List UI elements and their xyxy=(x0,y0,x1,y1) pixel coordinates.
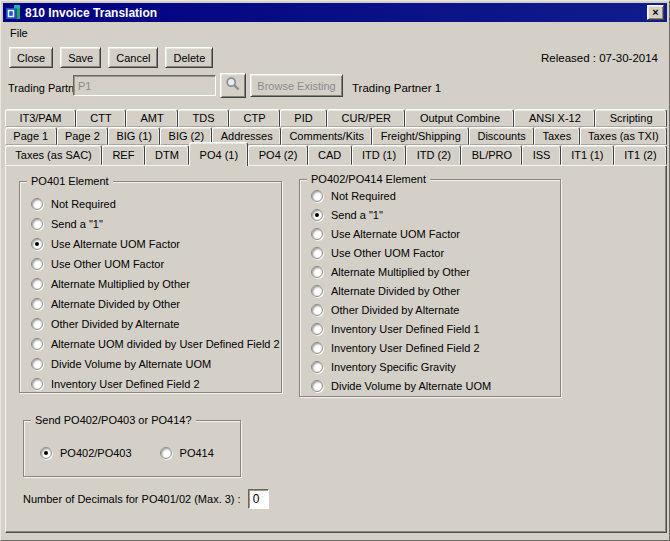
tab[interactable]: CUR/PER xyxy=(327,109,405,127)
radio-label: Send a "1" xyxy=(331,209,383,221)
trading-partner-name: Trading Partner 1 xyxy=(352,82,441,94)
tab[interactable]: ISS xyxy=(522,145,560,165)
radio-icon xyxy=(31,298,43,310)
search-icon xyxy=(225,76,241,95)
tab[interactable]: DTM xyxy=(145,145,190,165)
tab[interactable]: CTP xyxy=(229,109,280,127)
radio-group-po401: Not Required Send a "1" Use Alternate UO… xyxy=(20,182,281,394)
radio-option[interactable]: Other Divided by Alternate xyxy=(311,300,560,319)
tab[interactable]: Taxes xyxy=(534,127,579,145)
toolbar-button[interactable]: Delete xyxy=(165,47,213,68)
radio-icon xyxy=(311,323,323,335)
radio-label: Other Divided by Alternate xyxy=(331,304,459,316)
tab[interactable]: Scripting xyxy=(595,109,667,127)
tab[interactable]: REF xyxy=(102,145,145,165)
radio-option[interactable]: Inventory User Defined Field 1 xyxy=(311,319,560,338)
radio-option[interactable]: Inventory User Defined Field 2 xyxy=(311,338,560,357)
radio-label: Use Other UOM Factor xyxy=(51,258,164,270)
radio-option[interactable]: Divide Volume by Alternate UOM xyxy=(31,354,281,374)
radio-label: Send a "1" xyxy=(51,218,103,230)
group-title: Send PO402/PO403 or PO414? xyxy=(31,414,196,426)
tab[interactable]: IT1 (2) xyxy=(614,145,667,165)
tab[interactable]: TDS xyxy=(178,109,229,127)
tab[interactable]: Page 1 xyxy=(5,127,57,145)
tab[interactable]: ITD (2) xyxy=(406,145,461,165)
radio-option[interactable]: Not Required xyxy=(311,186,560,205)
tab[interactable]: CTT xyxy=(76,109,126,127)
radio-option[interactable]: Alternate Divided by Other xyxy=(31,294,281,314)
tab[interactable]: Freight/Shipping xyxy=(372,127,469,145)
close-window-button[interactable]: × xyxy=(647,5,664,20)
radio-label: Not Required xyxy=(51,198,116,210)
radio-label: Alternate Divided by Other xyxy=(331,285,460,297)
group-title: PO401 Element xyxy=(27,175,113,187)
tab[interactable]: Taxes (as TXI) xyxy=(580,127,667,145)
radio-option[interactable]: Alternate Multiplied by Other xyxy=(311,262,560,281)
radio-option[interactable]: PO414 xyxy=(160,443,214,463)
radio-option[interactable]: Alternate UOM divided by User Defined Fi… xyxy=(31,334,281,354)
radio-icon xyxy=(311,266,323,278)
radio-icon xyxy=(311,209,323,221)
tab[interactable]: ITD (1) xyxy=(352,145,407,165)
radio-label: Not Required xyxy=(331,190,396,202)
radio-icon xyxy=(311,380,323,392)
dialog-810-invoice-translation: 810 Invoice Translation × File CloseSave… xyxy=(0,0,670,541)
radio-option[interactable]: Use Alternate UOM Factor xyxy=(311,224,560,243)
toolbar-button[interactable]: Save xyxy=(60,47,101,68)
tab[interactable]: AMT xyxy=(126,109,178,127)
tab-row-2: Page 1Page 2BIG (1)BIG (2)AddressesComme… xyxy=(5,127,667,145)
radio-option[interactable]: Inventory User Defined Field 2 xyxy=(31,374,281,394)
radio-option[interactable]: Use Other UOM Factor xyxy=(31,254,281,274)
toolbar-button[interactable]: Close xyxy=(9,47,53,68)
released-date: Released : 07-30-2014 xyxy=(541,52,658,64)
radio-option[interactable]: Use Alternate UOM Factor xyxy=(31,234,281,254)
radio-label: Use Other UOM Factor xyxy=(331,247,444,259)
tab[interactable]: BIG (1) xyxy=(108,127,160,145)
radio-option[interactable]: Not Required xyxy=(31,194,281,214)
radio-group-po402: Not Required Send a "1" Use Alternate UO… xyxy=(300,180,560,395)
tab[interactable]: ANSI X-12 xyxy=(514,109,595,127)
search-button[interactable] xyxy=(220,73,246,98)
tab[interactable]: Page 2 xyxy=(57,127,109,145)
radio-option[interactable]: Divide Volume by Alternate UOM xyxy=(311,376,560,395)
radio-option[interactable]: Alternate Divided by Other xyxy=(311,281,560,300)
radio-option[interactable]: Send a "1" xyxy=(31,214,281,234)
toolbar: CloseSaveCancelDelete xyxy=(9,47,213,68)
radio-option[interactable]: Send a "1" xyxy=(311,205,560,224)
radio-option[interactable]: Alternate Multiplied by Other xyxy=(31,274,281,294)
tab[interactable]: PO4 (2) xyxy=(248,145,307,165)
radio-option[interactable]: Use Other UOM Factor xyxy=(311,243,560,262)
radio-icon xyxy=(311,342,323,354)
toolbar-button[interactable]: Cancel xyxy=(108,47,158,68)
radio-icon xyxy=(31,218,43,230)
tab[interactable]: Taxes (as SAC) xyxy=(5,145,102,165)
tab[interactable]: PO4 (1) xyxy=(189,142,248,166)
tab[interactable]: Output Combine xyxy=(405,109,514,127)
group-po401-element: PO401 Element Not Required Send a "1" xyxy=(19,181,282,393)
menu-item-file[interactable]: File xyxy=(8,26,30,40)
tab[interactable]: CAD xyxy=(308,145,352,165)
tab[interactable]: BL/PRO xyxy=(461,145,522,165)
tab[interactable]: IT3/PAM xyxy=(5,109,76,127)
decimals-label: Number of Decimals for PO401/02 (Max. 3)… xyxy=(23,493,241,505)
decimals-input[interactable] xyxy=(248,489,269,509)
tab-row-1: IT3/PAMCTTAMTTDSCTPPIDCUR/PEROutput Comb… xyxy=(5,109,667,127)
radio-icon xyxy=(31,338,43,350)
radio-icon xyxy=(31,238,43,250)
radio-label: Alternate Multiplied by Other xyxy=(331,266,470,278)
radio-label: Inventory User Defined Field 2 xyxy=(331,342,480,354)
radio-icon xyxy=(311,190,323,202)
radio-option[interactable]: PO402/PO403 xyxy=(40,443,132,463)
app-icon xyxy=(6,5,21,20)
radio-option[interactable]: Inventory Specific Gravity xyxy=(311,357,560,376)
group-po402-po414-element: PO402/PO414 Element Not Required Send a … xyxy=(299,179,561,397)
radio-label: Use Alternate UOM Factor xyxy=(51,238,180,250)
radio-icon xyxy=(311,228,323,240)
radio-icon xyxy=(31,258,43,270)
radio-label: Use Alternate UOM Factor xyxy=(331,228,460,240)
tab[interactable]: PID xyxy=(280,109,327,127)
tab[interactable]: Comments/Kits xyxy=(281,127,372,145)
radio-option[interactable]: Other Divided by Alternate xyxy=(31,314,281,334)
tab[interactable]: Discounts xyxy=(469,127,534,145)
tab[interactable]: IT1 (1) xyxy=(561,145,614,165)
